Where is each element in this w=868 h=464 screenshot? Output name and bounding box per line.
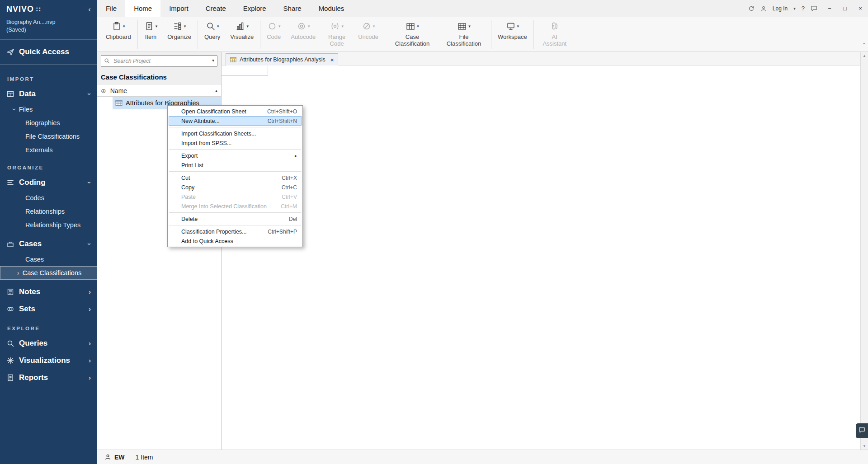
sidebar-item-cases[interactable]: Cases › xyxy=(0,235,97,253)
ribbon-item-button[interactable]: ▾ Item xyxy=(139,19,163,51)
sidebar-item-case-classifications[interactable]: › Case Classifications xyxy=(0,266,97,280)
ribbon-code-button[interactable]: ▾ Code xyxy=(262,19,286,51)
sidebar-divider xyxy=(0,39,97,40)
sidebar-item-quick-access[interactable]: Quick Access xyxy=(0,43,97,61)
tab-close-icon[interactable]: × xyxy=(330,56,334,63)
menu-item-shortcut: Ctrl+C xyxy=(274,184,297,191)
menu-tab-explore[interactable]: Explore xyxy=(235,0,275,17)
sidebar-item-coding[interactable]: Coding › xyxy=(0,174,97,191)
dropdown-caret-icon: ▾ xyxy=(278,24,281,28)
login-button[interactable]: Log In xyxy=(773,5,788,12)
sidebar-item-reports[interactable]: Reports › xyxy=(0,369,97,386)
sort-ascending-icon[interactable]: ▴ xyxy=(215,88,217,93)
sidebar-item-queries[interactable]: Queries › xyxy=(0,335,97,352)
ribbon-clipboard-button[interactable]: ▾ Clipboard xyxy=(101,19,136,51)
sync-icon[interactable] xyxy=(748,5,755,12)
sidebar-item-codes[interactable]: Codes xyxy=(0,191,97,205)
ribbon-file-classification-button[interactable]: ▾ File Classification xyxy=(438,19,490,51)
sidebar-item-file-classifications[interactable]: File Classifications xyxy=(0,130,97,143)
user-badge[interactable]: EW xyxy=(104,454,125,461)
sidebar-item-relationships[interactable]: Relationships xyxy=(0,205,97,218)
close-button[interactable]: × xyxy=(853,0,868,17)
dropdown-caret-icon: ▾ xyxy=(341,24,344,28)
sidebar-item-files[interactable]: › Files xyxy=(0,103,97,116)
feedback-chat-button[interactable] xyxy=(856,423,868,438)
dropdown-caret-icon: ▾ xyxy=(517,24,519,28)
sidebar-item-sets[interactable]: Sets › xyxy=(0,300,97,318)
chevron-right-icon[interactable]: › xyxy=(89,288,91,295)
menu-item-shortcut: Ctrl+Shift+N xyxy=(259,118,297,124)
menu-item-print-list[interactable]: Print List xyxy=(169,160,302,170)
search-input[interactable] xyxy=(101,55,217,67)
menu-item-open-classification-sheet[interactable]: Open Classification Sheet Ctrl+Shift+O xyxy=(169,107,302,116)
scroll-down-icon[interactable]: ▾ xyxy=(863,444,866,448)
menu-tab-modules[interactable]: Modules xyxy=(310,0,353,17)
menu-tab-file[interactable]: File xyxy=(97,0,125,17)
sidebar-item-visualizations[interactable]: Visualizations › xyxy=(0,352,97,369)
sidebar-item-externals[interactable]: Externals xyxy=(0,143,97,157)
menu-item-add-to-quick-access[interactable]: Add to Quick Access xyxy=(169,236,302,246)
menu-item-copy[interactable]: Copy Ctrl+C xyxy=(169,183,302,192)
ribbon-autocode-button[interactable]: ▾ Autocode xyxy=(286,19,321,51)
minimize-button[interactable]: − xyxy=(822,0,837,17)
menu-item-export[interactable]: Export ▸ xyxy=(169,151,302,160)
ribbon-query-button[interactable]: ▾ Query xyxy=(199,19,225,51)
chevron-right-icon[interactable]: › xyxy=(89,340,91,347)
column-header-name[interactable]: ⊕ Name ▴ xyxy=(97,85,221,97)
sidebar-item-biographies[interactable]: Biographies xyxy=(0,116,97,130)
sidebar-item-data[interactable]: Data › xyxy=(0,85,97,103)
chevron-down-icon[interactable]: › xyxy=(86,243,94,245)
chevron-right-icon[interactable]: › xyxy=(89,374,91,381)
ribbon-case-classification-button[interactable]: ▾ Case Classification xyxy=(387,19,438,51)
sidebar-item-label: Cases xyxy=(19,239,42,248)
menu-item-delete[interactable]: Delete Del xyxy=(169,214,302,224)
sidebar-section-organize: ORGANIZE xyxy=(0,157,97,174)
sidebar-item-cases-child[interactable]: Cases xyxy=(0,253,97,266)
sidebar-item-notes[interactable]: Notes › xyxy=(0,283,97,300)
maximize-button[interactable]: □ xyxy=(837,0,853,17)
vertical-scrollbar[interactable]: ▴ ▾ xyxy=(860,52,868,450)
feedback-icon[interactable] xyxy=(811,5,817,12)
menu-item-import-classification-sheets[interactable]: Import Classification Sheets... xyxy=(169,129,302,138)
menu-item-new-attribute[interactable]: New Attribute... Ctrl+Shift+N xyxy=(169,116,302,126)
menu-item-import-from-spss[interactable]: Import from SPSS... xyxy=(169,138,302,148)
ribbon-visualize-button[interactable]: ▾ Visualize xyxy=(225,19,259,51)
scroll-up-icon[interactable]: ▴ xyxy=(863,53,866,58)
sidebar-divider xyxy=(0,64,97,65)
help-button[interactable]: ? xyxy=(802,5,805,12)
ribbon-organize-button[interactable]: ▾ Organize xyxy=(162,19,196,51)
menu-item-merge-into-selected-classification[interactable]: Merge Into Selected Classification Ctrl+… xyxy=(169,202,302,211)
ribbon-uncode-button[interactable]: ▾ Uncode xyxy=(353,19,383,51)
collapse-ribbon-icon[interactable]: › xyxy=(860,42,867,44)
menu-item-label: Import Classification Sheets... xyxy=(181,131,256,137)
sheet-corner-cell xyxy=(222,66,268,76)
chevron-right-icon[interactable]: › xyxy=(89,357,91,364)
menu-tab-import[interactable]: Import xyxy=(160,0,197,17)
ai-assistant-icon xyxy=(550,21,560,31)
menu-item-cut[interactable]: Cut Ctrl+X xyxy=(169,173,302,183)
login-caret-icon[interactable]: ▾ xyxy=(793,6,796,11)
ribbon-button-label: Visualize xyxy=(230,34,254,41)
search-dropdown-caret-icon[interactable]: ▾ xyxy=(212,58,214,63)
circle-plus-icon: ⊕ xyxy=(101,87,106,94)
menu-item-paste[interactable]: Paste Ctrl+V xyxy=(169,192,302,202)
visualize-icon xyxy=(235,21,245,31)
ribbon-ai-assistant-button[interactable]: AI Assistant xyxy=(535,19,574,51)
chevron-down-icon[interactable]: › xyxy=(86,181,94,183)
menu-item-label: Add to Quick Access xyxy=(181,238,233,244)
chevron-down-icon[interactable]: › xyxy=(86,93,94,95)
tab-attributes-for-biographies-analysis[interactable]: Attributes for Biographies Analysis × xyxy=(226,53,338,66)
menu-tab-create[interactable]: Create xyxy=(197,0,235,17)
menu-tab-home[interactable]: Home xyxy=(125,0,160,17)
ribbon-workspace-button[interactable]: ▾ Workspace xyxy=(493,19,532,51)
menu-tab-share[interactable]: Share xyxy=(275,0,310,17)
sidebar-item-relationship-types[interactable]: Relationship Types xyxy=(0,218,97,232)
sidebar-collapse-icon[interactable]: ‹ xyxy=(88,5,91,14)
ribbon-range-code-button[interactable]: ▾ Range Code xyxy=(321,19,353,51)
menu-item-label: Classification Properties... xyxy=(181,229,247,235)
menu-separator xyxy=(169,225,301,225)
chevron-right-icon[interactable]: › xyxy=(89,305,91,313)
ribbon-group-separator xyxy=(198,20,198,49)
menu-item-classification-properties[interactable]: Classification Properties... Ctrl+Shift+… xyxy=(169,227,302,236)
user-icon[interactable] xyxy=(760,5,767,12)
